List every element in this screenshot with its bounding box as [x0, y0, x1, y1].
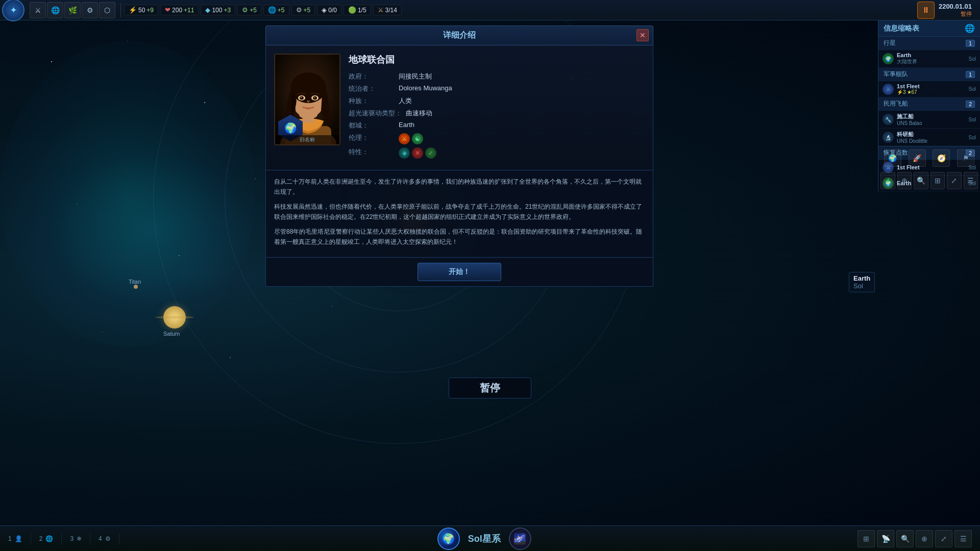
trait-icon-2: ✕ [412, 147, 423, 159]
stat-traits: 特性： ◈ ✕ ✓ [349, 147, 645, 159]
ship-balao-info: 施工船 UNS Balao [897, 113, 966, 126]
fleet-1st-item[interactable]: ⚔ 1st Fleet ⚡3 ★67 Sol [878, 81, 980, 97]
traits-label: 特性： [349, 147, 395, 157]
stat-ethics: 伦理： ⚔ ☯ [349, 133, 645, 144]
capital-value: Earth [399, 121, 414, 129]
resource-unity: 🌐 +5 [263, 5, 289, 15]
galaxy-icon[interactable]: 🌌 [509, 528, 531, 550]
tab-1[interactable]: 1 👤 [0, 533, 31, 544]
food-income: +11 [184, 7, 194, 14]
section-military-count: 1 [966, 71, 975, 78]
ship-balao-type: 施工船 [897, 113, 966, 120]
resource-minerals: ◆ 100+3 [201, 5, 235, 15]
rp-btn-view[interactable]: ⊞ [930, 172, 945, 189]
gov-label: 政府： [349, 72, 395, 81]
toolbar-btn-sword[interactable]: ⚔ [30, 2, 46, 18]
bb-btn-1[interactable]: ⊞ [857, 530, 875, 547]
ruler-label: 统治者： [349, 84, 395, 93]
rp-btn-check[interactable]: ✓ [880, 172, 895, 189]
earth-info: Earth 大陆世界 [897, 52, 966, 65]
right-panel-bottom-icons: 🌍 🚀 🧭 ⚑ ✓ ⊕ 🔍 ⊞ ⤢ ☰ [878, 146, 980, 191]
paused-label: 暂停 [939, 10, 972, 18]
game-logo[interactable]: ✦ [2, 0, 24, 21]
start-btn-container: 开始！ [265, 258, 653, 287]
ftl-value: 曲速移动 [406, 109, 432, 118]
right-panel-title: 信息缩略表 [884, 24, 919, 33]
trait-icon-1: ◈ [399, 147, 410, 159]
fleet-power: ⚡3 [897, 89, 906, 95]
bb-btn-2[interactable]: 📡 [877, 530, 894, 547]
bb-btn-3[interactable]: 🔍 [896, 530, 914, 547]
toolbar-btn-planet[interactable]: 🌐 [47, 2, 63, 18]
ship-doolittle-type: 科研船 [897, 131, 966, 138]
energy-icon: ⚡ [129, 6, 137, 14]
toolbar-btn-leaf[interactable]: 🌿 [64, 2, 81, 18]
resource-science: ⚙ +5 [237, 5, 261, 15]
pops-icon: 🟢 [348, 6, 356, 14]
ship-balao-location: Sol [969, 117, 976, 122]
fleet-info: 1st Fleet ⚡3 ★67 [897, 83, 966, 95]
tab-1-icon: 👤 [15, 535, 22, 542]
tab-4[interactable]: 4 ⚙ [90, 533, 119, 544]
pause-button[interactable]: ⏸ [917, 2, 935, 19]
topbar: ✦ ⚔ 🌐 🌿 ⚙ ⬡ ⚡ 50+9 ❤ 200+11 ◆ 100+3 ⚙ +5… [0, 0, 980, 20]
pause-banner: 暂停 [449, 378, 531, 398]
resource-industry: ⚙ +5 [291, 5, 315, 15]
ftl-label: 超光速驱动类型： [349, 109, 402, 118]
fleet-stats: ⚡3 ★67 [897, 89, 966, 95]
pause-label: 暂停 [480, 381, 500, 395]
energy-value: 50 [138, 7, 145, 14]
rp-btn-target[interactable]: ⊕ [897, 172, 912, 189]
desc-para-2: 科技发展虽然迅速，但也伴随着代价，在人类掌控原子能以前，战争夺走了成千上万的生命… [274, 202, 645, 222]
toolbar-btn-hex[interactable]: ⬡ [99, 2, 115, 18]
rp-btn-compass[interactable]: 🧭 [933, 149, 950, 167]
pause-area: ⏸ 2200.01.01 暂停 [909, 2, 980, 19]
svg-point-13 [299, 111, 317, 119]
trait-icon-3: ✓ [425, 147, 436, 159]
rp-btn-zoom[interactable]: 🔍 [914, 172, 928, 189]
section-civilian-label: 民用飞船 [884, 99, 908, 108]
gov-value: 间接民主制 [399, 72, 432, 81]
ship-construction-icon: 🔧 [883, 114, 894, 125]
detail-modal: 详细介绍 ✕ [265, 26, 653, 287]
svg-point-12 [314, 97, 315, 98]
modal-close-button[interactable]: ✕ [636, 29, 649, 41]
stat-government: 政府： 间接民主制 [349, 72, 645, 81]
rp-btn-menu[interactable]: ☰ [964, 172, 978, 189]
bb-btn-5[interactable]: ⤢ [935, 530, 952, 547]
tab-4-num: 4 [99, 535, 102, 542]
description-box: 自从二十万年前人类在非洲诞生至今，发生了许许多多的事情，我们的种族迅速的扩张到了… [265, 170, 653, 258]
tab-2-num: 2 [39, 535, 43, 542]
bottom-right-icons: ⊞ 📡 🔍 ⊕ ⤢ ☰ [849, 530, 980, 547]
minerals-income: +3 [224, 7, 231, 14]
civ-emblem-icon: 🌍 [284, 122, 297, 134]
section-civilian-header: 民用飞船 2 [878, 97, 980, 111]
fleet-name: 1st Fleet [897, 83, 966, 89]
science-icon: ⚙ [242, 6, 248, 14]
tab-3[interactable]: 3 ❄ [62, 533, 90, 544]
desc-para-3: 尽管88年的毛里塔尼亚警察行动让某些人厌恶大权独揽的联合国，但不可反驳的是：联合… [274, 227, 645, 247]
toolbar-icons: ⚔ 🌐 🌿 ⚙ ⬡ [30, 2, 115, 18]
stat-capital: 都城： Earth [349, 121, 645, 130]
stat-ftl: 超光速驱动类型： 曲速移动 [349, 109, 645, 118]
tab-2-icon: 🌐 [45, 535, 53, 542]
planet-earth-item[interactable]: 🌍 Earth 大陆世界 Sol [878, 50, 980, 68]
civ-info: 地球联合国 政府： 间接民主制 统治者： Dolores Muwanga 种族：… [349, 54, 645, 162]
ship-balao-item[interactable]: 🔧 施工船 UNS Balao Sol [878, 111, 980, 129]
rp-btn-planet[interactable]: 🌍 [884, 149, 901, 167]
toolbar-btn-gear[interactable]: ⚙ [82, 2, 98, 18]
tab-2[interactable]: 2 🌐 [31, 533, 62, 544]
rp-btn-flag[interactable]: ⚑ [957, 149, 974, 167]
right-panel-globe-icon: 🌐 [965, 23, 975, 33]
rp-btn-expand[interactable]: ⤢ [947, 172, 962, 189]
tab-4-icon: ⚙ [105, 535, 111, 542]
rp-btn-ship[interactable]: 🚀 [909, 149, 926, 167]
start-button[interactable]: 开始！ [418, 263, 501, 281]
bb-btn-6[interactable]: ☰ [954, 530, 972, 547]
ship-doolittle-item[interactable]: 🔬 科研船 UNS Doolittle Sol [878, 129, 980, 146]
bb-btn-4[interactable]: ⊕ [916, 530, 933, 547]
system-globe-icon[interactable]: 🌍 [437, 528, 460, 550]
svg-point-11 [301, 97, 302, 98]
modal-titlebar: 详细介绍 ✕ [265, 26, 653, 45]
pops-value: 1/5 [358, 7, 366, 14]
